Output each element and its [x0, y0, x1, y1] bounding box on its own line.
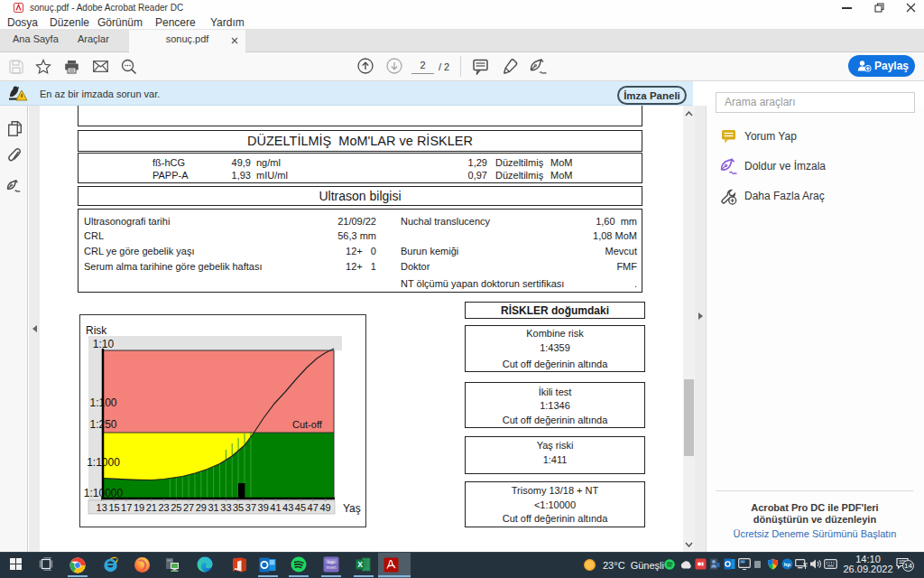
- svg-text:31: 31: [208, 502, 218, 513]
- svg-text:21: 21: [146, 502, 157, 513]
- svg-text:19: 19: [134, 502, 144, 513]
- svg-text:Cut-off: Cut-off: [292, 419, 323, 430]
- svg-text:hp: hp: [784, 562, 791, 567]
- svg-text:43: 43: [282, 502, 293, 513]
- svg-text:23: 23: [158, 502, 169, 513]
- svg-text:33: 33: [220, 502, 231, 513]
- svg-text:47: 47: [308, 502, 319, 513]
- svg-text:41: 41: [270, 502, 281, 513]
- svg-text:1:250: 1:250: [89, 418, 116, 431]
- svg-text:1:10: 1:10: [93, 338, 115, 350]
- svg-text:37: 37: [245, 502, 256, 513]
- svg-text:29: 29: [196, 502, 207, 513]
- svg-text:45: 45: [295, 502, 306, 513]
- svg-text:Yaş: Yaş: [343, 502, 361, 515]
- svg-text:Risk: Risk: [86, 324, 107, 337]
- svg-text:39: 39: [258, 502, 269, 513]
- svg-text:1:100: 1:100: [89, 396, 116, 409]
- svg-text:35: 35: [233, 502, 244, 513]
- svg-text:27: 27: [183, 502, 194, 513]
- svg-text:15: 15: [108, 502, 119, 513]
- svg-text:logo: logo: [328, 560, 336, 564]
- svg-text:25: 25: [171, 502, 181, 513]
- svg-text:invert: invert: [326, 565, 337, 570]
- svg-text:X: X: [357, 560, 363, 569]
- svg-text:1:10000: 1:10000: [84, 487, 124, 499]
- svg-text:1:1000: 1:1000: [87, 456, 120, 469]
- svg-text:49: 49: [319, 502, 330, 513]
- svg-text:17: 17: [121, 502, 132, 513]
- svg-text:13: 13: [97, 502, 107, 513]
